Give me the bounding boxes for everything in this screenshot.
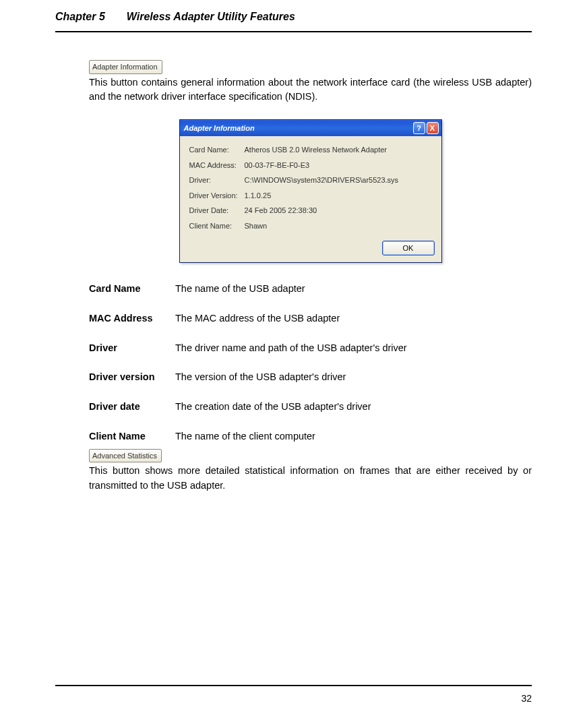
- dialog-titlebar: Adapter Information ? X: [180, 120, 441, 136]
- chapter-title: Wireless Adapter Utility Features: [127, 11, 295, 23]
- button-label: Adapter Information: [92, 63, 158, 71]
- definitions-table: Card Name The name of the USB adapter MA…: [89, 282, 532, 444]
- dialog-value: 00-03-7F-BE-F0-E3: [245, 160, 310, 171]
- dialog-row: Driver Version: 1.1.0.25: [189, 190, 432, 202]
- definition-row: MAC Address The MAC address of the USB a…: [89, 311, 532, 326]
- dialog-label: Client Name:: [189, 220, 245, 232]
- definition-row: Card Name The name of the USB adapter: [89, 282, 532, 297]
- definition-term: Client Name: [89, 429, 175, 444]
- definition-row: Driver version The version of the USB ad…: [89, 370, 532, 385]
- advanced-statistics-button[interactable]: Advanced Statistics: [89, 449, 162, 463]
- dialog-value: 1.1.0.25: [245, 190, 272, 202]
- page-number: 32: [521, 693, 532, 704]
- adapter-information-dialog: Adapter Information ? X Card Name: Ather…: [179, 119, 442, 263]
- chapter-header: Chapter 5 Wireless Adapter Utility Featu…: [55, 11, 532, 32]
- definition-desc: The creation date of the USB adapter's d…: [175, 400, 371, 415]
- dialog-row: Driver: C:\WINDOWS\system32\DRIVERS\ar55…: [189, 175, 432, 186]
- definition-desc: The version of the USB adapter's driver: [175, 370, 346, 385]
- dialog-row: Card Name: Atheros USB 2.0 Wireless Netw…: [189, 144, 432, 156]
- dialog-label: Driver Version:: [189, 190, 245, 202]
- intro-paragraph: This button contains general information…: [89, 75, 532, 105]
- definition-row: Driver date The creation date of the USB…: [89, 400, 532, 415]
- definition-desc: The name of the client computer: [175, 429, 315, 444]
- definition-term: Card Name: [89, 282, 175, 297]
- dialog-label: MAC Address:: [189, 160, 245, 171]
- dialog-value: 24 Feb 2005 22:38:30: [245, 205, 317, 216]
- dialog-label: Driver Date:: [189, 205, 245, 216]
- definition-desc: The name of the USB adapter: [175, 282, 305, 297]
- dialog-value: Atheros USB 2.0 Wireless Network Adapter: [245, 144, 388, 156]
- dialog-row: Client Name: Shawn: [189, 220, 432, 232]
- definition-row: Driver The driver name and path of the U…: [89, 341, 532, 356]
- definition-term: Driver version: [89, 370, 175, 385]
- ok-button[interactable]: OK: [382, 241, 435, 255]
- dialog-row: Driver Date: 24 Feb 2005 22:38:30: [189, 205, 432, 216]
- dialog-screenshot: Adapter Information ? X Card Name: Ather…: [89, 119, 532, 263]
- adapter-information-button[interactable]: Adapter Information: [89, 60, 162, 74]
- dialog-label: Driver:: [189, 175, 245, 186]
- dialog-value: C:\WINDOWS\system32\DRIVERS\ar5523.sys: [245, 175, 399, 186]
- dialog-footer: OK: [180, 241, 441, 262]
- stats-paragraph: This button shows more detailed statisti…: [89, 464, 532, 493]
- dialog-title: Adapter Information: [184, 123, 255, 134]
- definition-term: Driver date: [89, 400, 175, 415]
- definition-desc: The MAC address of the USB adapter: [175, 311, 340, 326]
- help-icon[interactable]: ?: [413, 122, 425, 134]
- definition-term: MAC Address: [89, 311, 175, 326]
- page-content: Adapter Information This button contains…: [55, 32, 532, 493]
- titlebar-buttons: ? X: [413, 122, 439, 134]
- close-icon[interactable]: X: [427, 122, 439, 134]
- definition-term: Driver: [89, 341, 175, 356]
- definition-row: Client Name The name of the client compu…: [89, 429, 532, 444]
- button-label: Advanced Statistics: [92, 452, 157, 460]
- dialog-row: MAC Address: 00-03-7F-BE-F0-E3: [189, 160, 432, 171]
- page-footer: 32: [55, 685, 532, 704]
- dialog-value: Shawn: [245, 220, 268, 232]
- chapter-number: Chapter 5: [55, 11, 105, 23]
- definition-desc: The driver name and path of the USB adap…: [175, 341, 407, 356]
- dialog-body: Card Name: Atheros USB 2.0 Wireless Netw…: [180, 136, 441, 241]
- dialog-label: Card Name:: [189, 144, 245, 156]
